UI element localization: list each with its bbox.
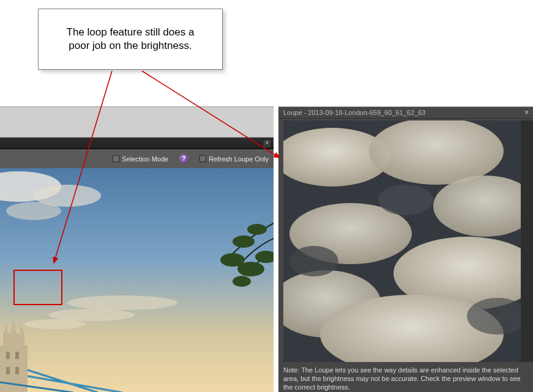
svg-point-31	[289, 246, 338, 276]
loupe-note-text: Note: The Loupe lets you see the way det…	[283, 364, 521, 391]
editor-preview-image[interactable]	[0, 168, 274, 392]
svg-point-4	[67, 295, 177, 310]
svg-point-24	[369, 120, 504, 185]
svg-point-8	[247, 224, 267, 235]
selection-mode-label: Selection Mode	[122, 155, 168, 163]
svg-point-6	[24, 319, 86, 329]
loupe-image	[283, 120, 521, 362]
editor-window: × Selection Mode ? Refresh Loupe Only	[0, 137, 274, 392]
svg-point-10	[237, 262, 264, 276]
svg-point-5	[49, 309, 135, 321]
selection-mode-toggle[interactable]: Selection Mode	[113, 155, 168, 163]
annotation-callout: The loop feature still does a poor job o…	[38, 9, 223, 70]
loupe-selection-rectangle[interactable]	[13, 270, 62, 305]
svg-point-3	[6, 202, 61, 220]
loupe-titlebar: Loupe - 2013-09-18-London-659_60_61_62_6…	[278, 107, 533, 119]
annotation-callout-text: The loop feature still does a poor job o…	[56, 26, 205, 53]
refresh-loupe-label: Refresh Loupe Only	[209, 155, 269, 163]
svg-rect-19	[15, 352, 19, 359]
loupe-title: Loupe - 2013-09-18-London-659_60_61_62_6…	[283, 109, 523, 116]
editor-outer-background	[0, 106, 274, 138]
help-icon[interactable]: ?	[179, 154, 188, 163]
svg-rect-20	[6, 367, 10, 374]
checkbox-icon	[199, 155, 206, 162]
svg-rect-21	[15, 367, 19, 374]
svg-rect-14	[3, 333, 24, 349]
svg-point-12	[233, 276, 251, 287]
editor-titlebar: ×	[0, 138, 274, 149]
editor-close-button[interactable]: ×	[263, 139, 272, 148]
editor-toolbar: Selection Mode ? Refresh Loupe Only	[0, 149, 274, 169]
refresh-loupe-toggle[interactable]: Refresh Loupe Only	[199, 155, 269, 163]
svg-point-7	[233, 235, 255, 248]
loupe-panel: Loupe - 2013-09-18-London-659_60_61_62_6…	[278, 106, 533, 392]
checkbox-icon	[113, 155, 119, 162]
svg-rect-18	[6, 352, 10, 359]
loupe-right-gutter	[521, 120, 533, 362]
svg-point-30	[378, 185, 433, 215]
loupe-close-button[interactable]: ×	[523, 109, 531, 117]
